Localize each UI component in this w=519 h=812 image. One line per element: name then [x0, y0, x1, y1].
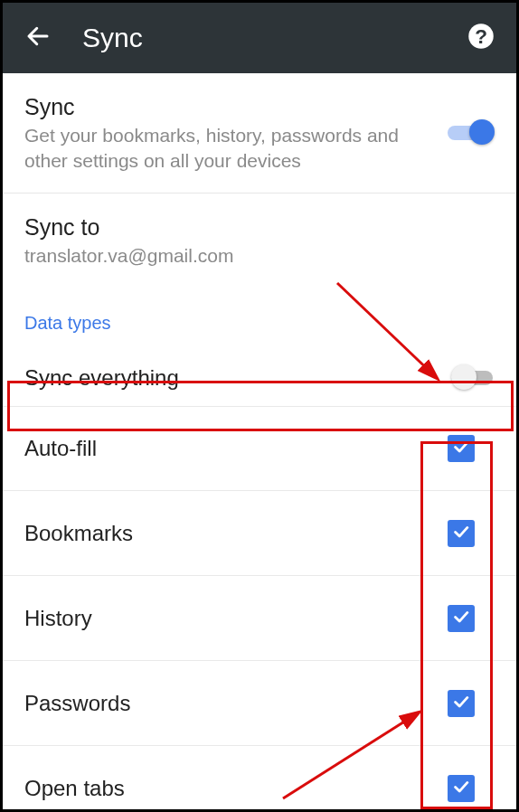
data-type-label: Bookmarks	[24, 521, 448, 546]
back-button[interactable]	[23, 23, 53, 53]
sync-master-title: Sync	[24, 93, 448, 121]
data-type-label: Open tabs	[24, 776, 448, 801]
data-type-label: History	[24, 606, 448, 631]
data-type-row-opentabs[interactable]: Open tabs	[3, 746, 516, 812]
check-icon	[451, 522, 471, 545]
data-type-checkbox[interactable]	[448, 605, 475, 632]
sync-master-toggle[interactable]	[448, 119, 495, 146]
data-types-label: Data types	[3, 288, 516, 350]
content-area: Sync Get your bookmarks, history, passwo…	[3, 73, 516, 812]
svg-text:?: ?	[475, 25, 487, 48]
sync-everything-label: Sync everything	[24, 365, 451, 391]
data-type-checkbox[interactable]	[448, 690, 475, 717]
data-type-checkbox[interactable]	[448, 520, 475, 547]
check-icon	[451, 607, 471, 630]
help-button[interactable]: ?	[466, 23, 496, 53]
data-type-row-history[interactable]: History	[3, 576, 516, 661]
check-icon	[451, 437, 471, 460]
page-title: Sync	[82, 23, 466, 53]
sync-everything-toggle[interactable]	[451, 364, 498, 392]
data-type-row-bookmarks[interactable]: Bookmarks	[3, 491, 516, 576]
data-type-row-passwords[interactable]: Passwords	[3, 661, 516, 746]
data-type-checkbox[interactable]	[448, 775, 475, 802]
data-type-label: Passwords	[24, 691, 448, 716]
sync-to-account: translator.va@gmail.com	[24, 243, 422, 268]
check-icon	[451, 692, 471, 715]
data-type-checkbox[interactable]	[448, 435, 475, 462]
data-type-row-autofill[interactable]: Auto-fill	[3, 406, 516, 491]
back-arrow-icon	[24, 23, 52, 53]
check-icon	[451, 777, 471, 800]
sync-settings-screen: Sync ? Sync Get your bookmarks, history,…	[0, 0, 519, 812]
help-icon: ?	[467, 23, 495, 53]
app-header: Sync ?	[3, 3, 516, 73]
sync-to-title: Sync to	[24, 213, 495, 241]
sync-master-subtitle: Get your bookmarks, history, passwords a…	[24, 123, 422, 173]
sync-to-row[interactable]: Sync to translator.va@gmail.com	[3, 194, 516, 288]
sync-everything-row[interactable]: Sync everything	[3, 350, 516, 406]
data-type-label: Auto-fill	[24, 436, 448, 461]
sync-master-row[interactable]: Sync Get your bookmarks, history, passwo…	[3, 73, 516, 194]
